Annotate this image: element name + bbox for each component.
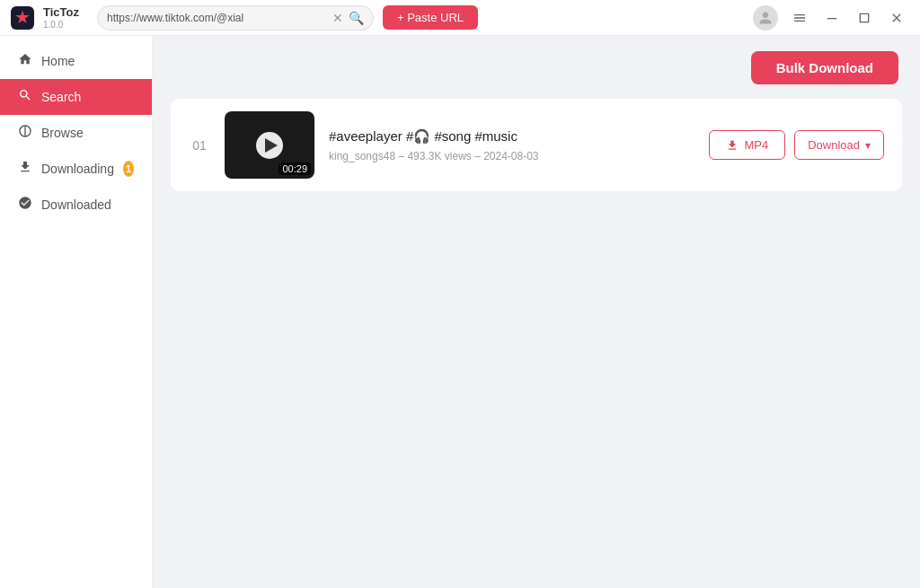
sidebar-item-search-label: Search: [41, 90, 81, 104]
play-button[interactable]: [256, 132, 283, 159]
sidebar-item-search[interactable]: Search: [0, 79, 152, 115]
url-text: https://www.tiktok.com/@xial: [107, 12, 327, 24]
app-version: 1.0.0: [43, 20, 79, 30]
mp4-button[interactable]: MP4: [709, 130, 785, 160]
video-title: #aveeplayer #🎧 #song #music: [329, 128, 694, 145]
content-topbar: Bulk Download: [153, 36, 920, 99]
app-name: TicToz: [43, 5, 79, 20]
download-button-label: Download: [808, 138, 860, 152]
sidebar-item-downloaded-label: Downloaded: [41, 197, 111, 212]
avatar[interactable]: [753, 5, 778, 31]
play-triangle-icon: [265, 138, 278, 153]
video-views: 493.3K views: [407, 150, 471, 162]
video-date: 2024-08-03: [483, 150, 538, 162]
table-row: 01 00:29 #aveeplayer #🎧 #song #music kin…: [171, 99, 902, 191]
app-logo: [11, 6, 34, 30]
title-bar: TicToz 1.0.0 https://www.tiktok.com/@xia…: [0, 0, 920, 36]
app-name-block: TicToz 1.0.0: [43, 5, 79, 30]
video-meta-sep2: –: [474, 150, 483, 162]
close-button[interactable]: [884, 5, 909, 31]
paste-url-button[interactable]: + Paste URL: [383, 5, 478, 30]
sidebar-item-browse[interactable]: Browse: [0, 115, 152, 151]
download-button[interactable]: Download ▾: [794, 130, 884, 160]
sidebar-item-browse-label: Browse: [41, 126, 84, 140]
downloading-icon: [18, 160, 32, 178]
downloading-badge: 1: [123, 161, 134, 177]
app-logo-icon: [15, 11, 30, 25]
video-meta: king_songs48 – 493.3K views – 2024-08-03: [329, 150, 694, 162]
menu-button[interactable]: [787, 5, 812, 31]
chevron-down-icon: ▾: [865, 139, 871, 152]
url-clear-icon[interactable]: ✕: [332, 11, 343, 25]
video-info: #aveeplayer #🎧 #song #music king_songs48…: [329, 128, 694, 162]
video-author: king_songs48: [329, 150, 395, 162]
main-layout: Home Search Browse Downloading 1 Downl: [0, 36, 920, 588]
video-list: 01 00:29 #aveeplayer #🎧 #song #music kin…: [153, 99, 920, 191]
sidebar-item-downloading-label: Downloading: [41, 162, 114, 176]
url-bar[interactable]: https://www.tiktok.com/@xial ✕ 🔍: [97, 5, 374, 31]
downloaded-icon: [18, 196, 32, 214]
url-search-icon[interactable]: 🔍: [349, 11, 364, 25]
video-duration: 00:29: [279, 162, 311, 175]
content-area: Bulk Download 01 00:29 #aveeplayer #🎧 #s…: [153, 36, 920, 588]
video-meta-sep1: –: [398, 150, 407, 162]
video-actions: MP4 Download ▾: [709, 130, 884, 160]
mp4-button-label: MP4: [744, 138, 768, 152]
bulk-download-button[interactable]: Bulk Download: [751, 51, 898, 84]
minimize-button[interactable]: [819, 5, 845, 31]
sidebar-item-downloading[interactable]: Downloading 1: [0, 151, 152, 187]
sidebar-item-home[interactable]: Home: [0, 43, 152, 79]
sidebar-item-downloaded[interactable]: Downloaded: [0, 187, 152, 223]
video-index: 01: [189, 138, 210, 153]
window-controls: [787, 5, 909, 31]
home-icon: [18, 52, 32, 70]
video-thumbnail: 00:29: [225, 111, 314, 179]
sidebar: Home Search Browse Downloading 1 Downl: [0, 36, 153, 588]
sidebar-item-home-label: Home: [41, 54, 75, 68]
maximize-button[interactable]: [852, 5, 877, 31]
browse-icon: [18, 124, 32, 142]
search-icon: [18, 88, 32, 106]
video-title-text: #aveeplayer #🎧 #song #music: [329, 128, 518, 145]
